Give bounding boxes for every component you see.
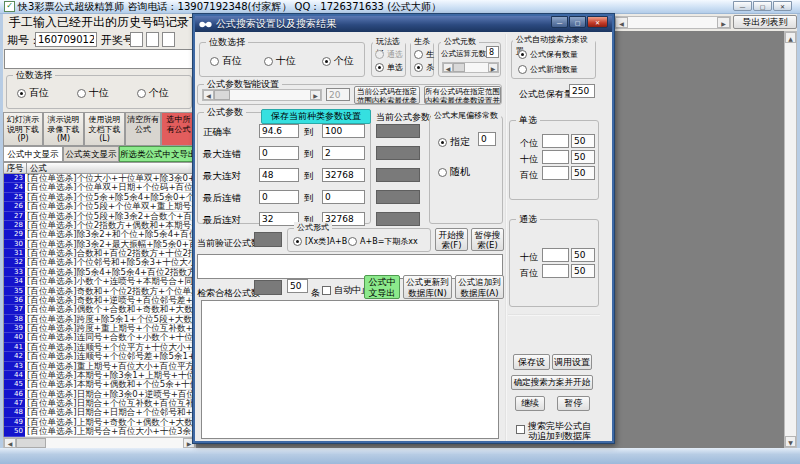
- radio-new-count[interactable]: 公式新增数量: [518, 64, 578, 75]
- table-row[interactable]: 35[百位单选杀]奇数和+个位2指数方+个位单双+除: [4, 287, 195, 296]
- draw-digit-2-input[interactable]: [146, 32, 159, 47]
- tab-formula-english[interactable]: 公式英文显示: [63, 146, 119, 162]
- scroll-track[interactable]: [465, 63, 488, 72]
- search-result-box[interactable]: [201, 300, 499, 439]
- table-row[interactable]: 37[百位单选杀]偶数个+合数和+奇数和+大数和+十: [4, 305, 195, 314]
- pause-search-button[interactable]: 暂停搜索(E): [471, 228, 504, 251]
- scroll-right-icon[interactable]: ▶: [310, 90, 321, 100]
- scroll-track[interactable]: [230, 90, 310, 100]
- save-settings-button[interactable]: 保存设置: [513, 354, 550, 370]
- scroll-left-icon[interactable]: ◀: [4, 438, 16, 448]
- scroll-right-icon[interactable]: ▶: [717, 17, 730, 28]
- table-row[interactable]: 36[百位单选杀]奇数和+逆喷号+百位邻号差+连同号: [4, 296, 195, 305]
- table-row[interactable]: 38[百位单选杀]跨度+除5余1+个位5段+大数和+个位: [4, 315, 195, 324]
- single-tens-input[interactable]: [542, 150, 569, 164]
- scroll-thumb[interactable]: [214, 90, 230, 100]
- dlg-radio-tens[interactable]: 十位: [264, 54, 296, 68]
- table-row[interactable]: 47[百位单选杀]日期合+个位互补数+百位互补数+十: [4, 399, 195, 408]
- table-row[interactable]: 45[百位单选杀]本期号+偶数和+个位5余+十位平方+: [4, 380, 195, 389]
- radio-keep-count[interactable]: 公式保有数量: [518, 49, 578, 60]
- table-row[interactable]: 26[百位单选杀]个位5段+个位单双+重上期号+日期+: [4, 202, 195, 211]
- total-keep-input[interactable]: [569, 84, 595, 98]
- issue-input[interactable]: [35, 32, 97, 47]
- radio-sheng[interactable]: 生: [414, 49, 434, 60]
- param-to-input[interactable]: [322, 190, 365, 204]
- table-row[interactable]: 40[百位单选杀]连同号+合数个+小数个+十位邻号差: [4, 333, 195, 342]
- table-row[interactable]: 46[百位单选杀]日期合+除3余0+逆喷号+百位立方+: [4, 390, 195, 399]
- tab-export-selected-chinese[interactable]: 所选类公式中文导出: [119, 146, 196, 162]
- radio-tongxuan[interactable]: 通选: [375, 49, 403, 60]
- table-row[interactable]: 28[百位单选杀]个位2指数方+偶数和+本期号+百位: [4, 221, 195, 230]
- radio-sha[interactable]: 杀: [414, 62, 434, 73]
- history-list[interactable]: [4, 49, 194, 69]
- table-row[interactable]: 41[百位单选杀]连顺号+个位平方+十位大小+跨度+: [4, 343, 195, 352]
- search-best-current-button[interactable]: 当前公式码在指定范围内检索最优参数设置: [354, 86, 420, 104]
- dlg-radio-units[interactable]: 个位: [322, 54, 354, 68]
- table-row[interactable]: 29[百位单选杀]除3余2+和个位+除5余4+百位平方+: [4, 230, 195, 239]
- maximize-icon[interactable]: ▢: [753, 1, 772, 11]
- search-best-all-button[interactable]: 所有公式码在指定范围内检索最优参数设置并保存: [424, 86, 501, 104]
- table-row[interactable]: 25[百位单选杀]个位5余+除5余4+除5余0+个位3余+: [4, 193, 195, 202]
- radio-danxuan[interactable]: 单选: [375, 62, 403, 73]
- radio-specify[interactable]: 指定: [438, 135, 470, 149]
- continue-button[interactable]: 继续: [515, 396, 545, 411]
- table-row[interactable]: 39[百位单选杀]跨度+重上期号+个位互补数+百位5: [4, 324, 195, 333]
- param-from-input[interactable]: [259, 190, 299, 204]
- auto-stop-checkbox[interactable]: 自动中止: [322, 284, 370, 297]
- qualified-limit-input[interactable]: [287, 279, 308, 293]
- scroll-down-icon[interactable]: ▼: [785, 436, 796, 447]
- export-chinese-button[interactable]: 公式中文导出: [364, 275, 400, 299]
- scroll-left-icon[interactable]: ◀: [615, 17, 628, 28]
- maximize-icon[interactable]: ▢: [569, 16, 586, 28]
- clear-all-formulas-button[interactable]: 清空所有公式: [125, 112, 161, 146]
- left-radio-tens[interactable]: 十位: [77, 86, 109, 100]
- table-row[interactable]: 32[百位单选杀]个位邻号和+除5余3+十位大小+月份: [4, 258, 195, 267]
- table-row[interactable]: 48[百位单选杀]日期合+日期合+个位邻号和+十位邻: [4, 408, 195, 417]
- scroll-left-icon[interactable]: ◀: [203, 90, 214, 100]
- operand-count-input[interactable]: [486, 46, 499, 58]
- table-row[interactable]: 34[百位单选杀]小数个+连喷号+本期号合+同号个数: [4, 277, 195, 286]
- table-row[interactable]: 43[百位单选杀]重上期号+百位大小+百位平方+大数: [4, 362, 195, 371]
- dlg-radio-hundreds[interactable]: 百位: [210, 54, 242, 68]
- close-icon[interactable]: ✕: [773, 1, 792, 11]
- minimize-icon[interactable]: —: [733, 1, 752, 11]
- table-row[interactable]: 33[百位单选杀]除5余4+除5余4+百位2指数方+十位: [4, 268, 195, 277]
- smart-params-scrollbar[interactable]: ◀ ▶: [202, 89, 322, 101]
- radio-random[interactable]: 随机: [438, 165, 470, 179]
- table-row[interactable]: 42[百位单选杀]连顺号+个位邻号差+除5余1+数字个: [4, 352, 195, 361]
- operand-scrollbar[interactable]: ◀ ▶: [442, 62, 499, 73]
- scroll-thumb[interactable]: [453, 63, 465, 72]
- scroll-thumb[interactable]: [16, 438, 46, 448]
- draw-digit-1-input[interactable]: [130, 32, 143, 47]
- scroll-right-icon[interactable]: ▶: [488, 63, 498, 72]
- table-row[interactable]: 44[百位单选杀]本期号+除3余1+上期号+十位互补数: [4, 371, 195, 380]
- smart-range-input[interactable]: [326, 88, 350, 101]
- param-from-input[interactable]: [259, 146, 299, 160]
- single-units-input[interactable]: [542, 134, 569, 148]
- left-radio-units[interactable]: 个位: [137, 86, 169, 100]
- load-settings-button[interactable]: 调用设置: [552, 354, 592, 370]
- top-horizontal-scrollbar[interactable]: ◀ ▶: [614, 16, 731, 29]
- minimize-icon[interactable]: —: [551, 16, 568, 28]
- export-excel-button[interactable]: 导出列表到Excel: [733, 15, 797, 29]
- formula-table-body[interactable]: 23[百位单选杀]个位大小+十位单双+除3余0+百位立24[百位单选杀]个位单双…: [3, 174, 196, 437]
- update-database-button[interactable]: 公式更新到数据库(N): [403, 275, 452, 299]
- scroll-track[interactable]: [46, 438, 183, 448]
- table-row[interactable]: 23[百位单选杀]个位大小+十位单双+除3余0+百位立: [4, 174, 195, 183]
- table-row[interactable]: 49[百位单选杀]上期号+奇数个+偶数个+大数个+百: [4, 418, 195, 427]
- table-row[interactable]: 27[百位单选杀]个位5段+除3余2+合数个+百位单双+: [4, 212, 195, 221]
- demo-video-download-button[interactable]: 演示说明录像下载(M): [43, 112, 84, 146]
- scroll-track[interactable]: [628, 17, 717, 28]
- param-to-input[interactable]: [322, 124, 365, 138]
- scroll-track[interactable]: [785, 43, 796, 436]
- param-to-input[interactable]: [322, 168, 365, 182]
- offset-value-input[interactable]: [478, 132, 496, 146]
- radio-form-next[interactable]: A+B=下期杀xx: [348, 236, 418, 247]
- workspace-vertical-scrollbar[interactable]: ▲ ▼: [784, 31, 797, 448]
- table-row[interactable]: 24[百位单选杀]个位单双+日期+个位码+百位邻号和: [4, 183, 195, 192]
- draw-digit-3-input[interactable]: [162, 32, 175, 47]
- param-from-input[interactable]: [259, 168, 299, 182]
- param-from-input[interactable]: [259, 124, 299, 138]
- tong-tens-input[interactable]: [542, 248, 569, 262]
- param-from-input[interactable]: [259, 212, 299, 226]
